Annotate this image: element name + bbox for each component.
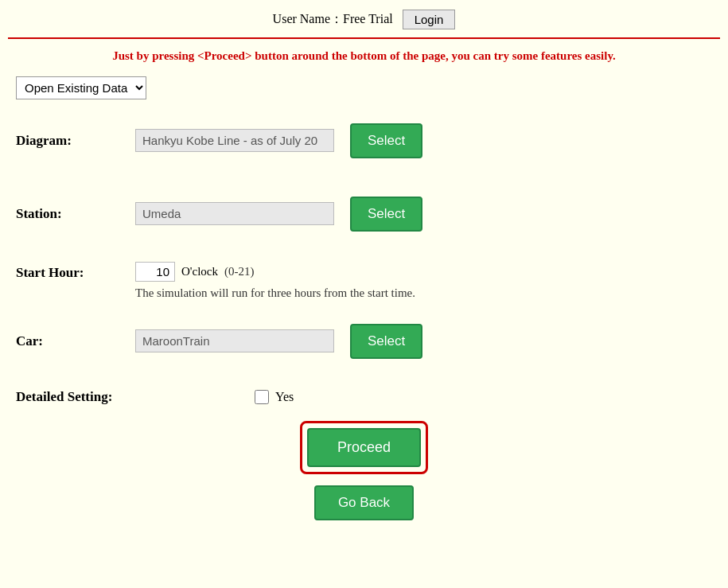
proceed-button-highlight: Proceed [300,421,428,474]
divider [8,37,720,39]
diagram-label: Diagram: [16,133,135,149]
username-value: Free Trial [343,12,393,25]
detailed-setting-label: Detailed Setting: [16,389,135,405]
username-display: User Name：Free Trial [273,11,393,28]
station-label: Station: [16,206,135,222]
start-hour-input[interactable] [135,262,175,282]
start-hour-label: Start Hour: [16,262,135,281]
detailed-yes-label: Yes [275,390,294,404]
hour-controls: O'clock (0-21) [135,262,255,282]
open-data-dropdown-wrapper: Open Existing Data Create New Data [16,76,712,99]
station-row: Station: Select [16,189,712,239]
detailed-setting-row: Detailed Setting: Yes [16,389,712,405]
proceed-area: Proceed Go Back [16,421,712,520]
start-hour-row: Start Hour: O'clock (0-21) [16,262,712,282]
car-input[interactable] [135,329,334,352]
diagram-row: Diagram: Select [16,115,712,166]
go-back-button[interactable]: Go Back [314,485,414,520]
station-input[interactable] [135,202,334,225]
open-data-select[interactable]: Open Existing Data Create New Data [16,76,146,99]
car-row: Car: Select [16,316,712,367]
proceed-button[interactable]: Proceed [307,428,421,467]
diagram-select-button[interactable]: Select [350,123,422,158]
station-select-button[interactable]: Select [350,197,422,232]
header: User Name：Free Trial Login [0,0,728,37]
content-area: Open Existing Data Create New Data Diagr… [0,76,728,520]
oclock-text: O'clock [181,265,218,278]
car-label: Car: [16,333,135,349]
username-label: User Name： [273,12,343,25]
car-select-button[interactable]: Select [350,324,422,359]
range-text: (0-21) [224,265,255,278]
detailed-setting-checkbox[interactable] [255,390,269,404]
login-button[interactable]: Login [403,10,456,29]
hint-text: Just by pressing <Proceed> button around… [12,47,716,65]
simulation-note: The simulation will run for three hours … [135,286,712,300]
diagram-input[interactable] [135,129,334,152]
